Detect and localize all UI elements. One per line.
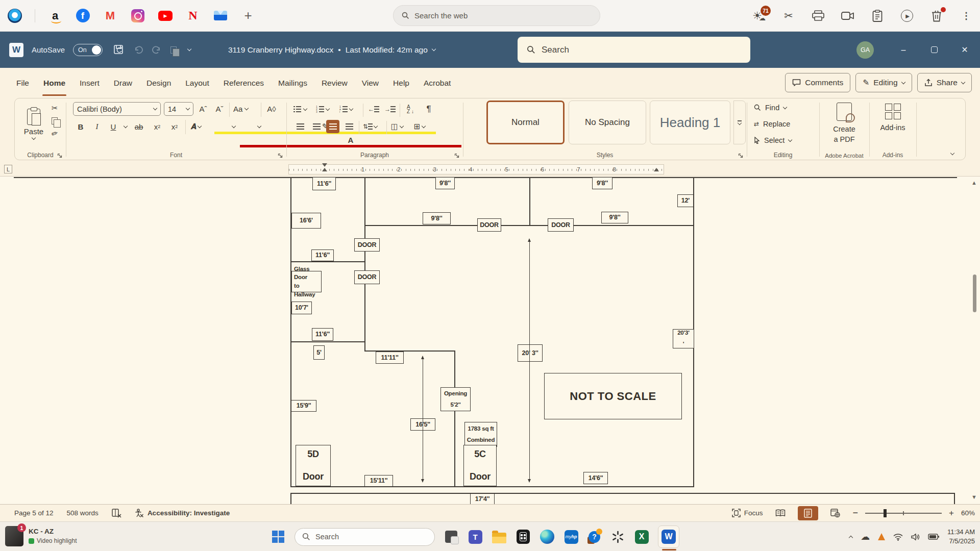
read-mode-button[interactable] — [770, 506, 791, 520]
replace-button[interactable]: ⇄ Replace — [754, 120, 790, 128]
hanging-indent-marker[interactable] — [322, 168, 327, 171]
youtube-favicon[interactable]: ▶ — [158, 8, 173, 23]
collapse-ribbon-chevron[interactable] — [950, 151, 954, 155]
scroll-down-arrow[interactable]: ▼ — [971, 494, 977, 500]
proofing-error-icon[interactable] — [112, 509, 121, 518]
share-button[interactable]: Share — [917, 73, 972, 92]
tab-layout[interactable]: Layout — [178, 68, 216, 98]
right-indent-marker[interactable] — [654, 168, 659, 171]
text-effects-button[interactable]: 𝑨 — [189, 120, 203, 133]
editing-mode-button[interactable]: ✎ Editing — [855, 73, 912, 92]
dialog-launcher-icon[interactable] — [57, 153, 62, 158]
word-app-taskbar-icon[interactable]: W — [658, 525, 679, 548]
notes-clipboard-icon[interactable] — [871, 9, 884, 22]
document-title[interactable]: 3119 Cranberry Highway.docx • Last Modif… — [228, 32, 435, 68]
justify-button[interactable] — [342, 120, 356, 133]
zoom-in-button[interactable]: + — [949, 508, 954, 518]
format-painter-icon[interactable]: ✏ — [50, 128, 59, 139]
numbered-list-button[interactable]: 123 — [316, 103, 329, 116]
word-count[interactable]: 508 words — [67, 509, 99, 517]
comments-button[interactable]: Comments — [785, 73, 850, 92]
clear-formatting-button[interactable]: A◊ — [265, 102, 278, 115]
taskbar-clock[interactable]: 11:34 AM 7/5/2025 — [947, 528, 975, 545]
ruler[interactable]: 12345678 — [288, 164, 664, 174]
style-card-normal[interactable]: Normal — [486, 101, 565, 144]
style-card-heading1[interactable]: Heading 1 — [650, 101, 730, 144]
decrease-indent-button[interactable]: ← — [367, 103, 380, 116]
align-center-button[interactable] — [310, 120, 323, 133]
chatgpt-app-icon[interactable] — [610, 529, 625, 544]
netflix-favicon[interactable]: N — [185, 8, 201, 23]
tab-mailings[interactable]: Mailings — [271, 68, 314, 98]
bullet-list-button[interactable] — [293, 103, 307, 116]
video-camera-icon[interactable] — [841, 9, 854, 22]
tab-draw[interactable]: Draw — [107, 68, 139, 98]
pilcrow-button[interactable]: ¶ — [422, 103, 435, 116]
increase-indent-button[interactable]: → — [383, 103, 397, 116]
font-color-chevron[interactable] — [253, 120, 266, 133]
scroll-up-arrow[interactable]: ▲ — [971, 180, 977, 186]
gmail-favicon[interactable]: M — [103, 8, 118, 23]
save-icon[interactable] — [114, 45, 125, 55]
create-pdf-button[interactable]: Create a PDF — [819, 103, 869, 145]
zoom-level[interactable]: 60% — [961, 509, 975, 517]
subscript-button[interactable]: x2 — [151, 120, 164, 133]
facebook-favicon[interactable]: f — [75, 8, 90, 23]
italic-button[interactable]: I — [90, 120, 104, 133]
tab-references[interactable]: References — [216, 68, 271, 98]
widgets-app-icon[interactable] — [444, 529, 459, 544]
copy-icon[interactable] — [170, 46, 177, 54]
browser-search-input[interactable]: Search the web — [393, 5, 600, 26]
style-card-no-spacing[interactable]: No Spacing — [569, 101, 646, 144]
tab-review[interactable]: Review — [314, 68, 355, 98]
tab-acrobat[interactable]: Acrobat — [416, 68, 458, 98]
styles-gallery-more-button[interactable] — [733, 101, 746, 144]
phone-link-icon[interactable] — [516, 529, 531, 544]
get-help-icon[interactable]: ? — [587, 530, 601, 544]
battery-icon[interactable] — [928, 534, 939, 540]
highlight-chevron[interactable] — [227, 120, 240, 133]
excel-app-icon[interactable]: X — [634, 529, 649, 544]
new-tab-button[interactable]: + — [240, 8, 256, 23]
browser-logo-icon[interactable] — [7, 8, 22, 23]
myhp-app-icon[interactable]: myhp — [564, 529, 579, 544]
autosave-toggle[interactable]: On — [73, 44, 103, 56]
tab-home[interactable]: Home — [36, 68, 72, 98]
shrink-font-button[interactable]: Aˇ — [213, 102, 226, 115]
grow-font-button[interactable]: Aˆ — [197, 102, 210, 115]
align-right-button[interactable] — [326, 120, 339, 133]
tab-stop-selector[interactable]: L — [4, 165, 12, 173]
amazon-favicon[interactable]: a — [47, 8, 63, 23]
taskbar-widget[interactable]: 1 KC - AZ Video highlight — [5, 526, 77, 546]
vertical-scrollbar-thumb[interactable] — [973, 274, 976, 312]
dialog-launcher-icon[interactable] — [278, 153, 283, 158]
teams-app-icon[interactable]: T — [468, 529, 483, 544]
tab-design[interactable]: Design — [139, 68, 178, 98]
close-button[interactable]: ✕ — [949, 32, 980, 68]
play-icon[interactable]: ▶ — [900, 9, 914, 22]
web-layout-button[interactable] — [825, 506, 846, 520]
line-spacing-button[interactable]: ⇅ — [363, 120, 377, 133]
document-canvas[interactable]: 11'6''9'8''9'8''12'16'6'9'8''9'8''DOORDO… — [0, 177, 980, 504]
first-line-indent-marker[interactable] — [322, 163, 327, 167]
sort-button[interactable]: AZ ↓ — [404, 103, 417, 116]
tray-chevron-up-icon[interactable] — [849, 535, 853, 539]
underline-button[interactable]: U — [107, 120, 120, 133]
borders-button[interactable]: ⊞ — [413, 120, 426, 133]
instagram-favicon[interactable] — [130, 8, 145, 23]
bold-button[interactable]: B — [74, 120, 87, 133]
redo-icon[interactable] — [152, 45, 161, 55]
zoom-out-button[interactable]: − — [853, 508, 859, 518]
weather-icon[interactable]: ☀☁71 — [752, 9, 766, 22]
paste-button[interactable]: Paste — [19, 102, 48, 146]
user-avatar[interactable]: GA — [856, 41, 874, 59]
find-button[interactable]: Find — [754, 104, 787, 112]
dialog-launcher-icon[interactable] — [454, 153, 459, 158]
cut-icon[interactable]: ✂ — [52, 104, 58, 113]
more-menu-icon[interactable]: ⋮ — [960, 9, 973, 22]
start-button[interactable] — [271, 529, 286, 544]
font-name-combo[interactable]: Calibri (Body) — [73, 102, 161, 116]
tab-view[interactable]: View — [355, 68, 386, 98]
accessibility-status[interactable]: Accessibility: Investigate — [135, 509, 230, 518]
onedrive-cloud-icon[interactable]: ☁ — [861, 531, 870, 542]
